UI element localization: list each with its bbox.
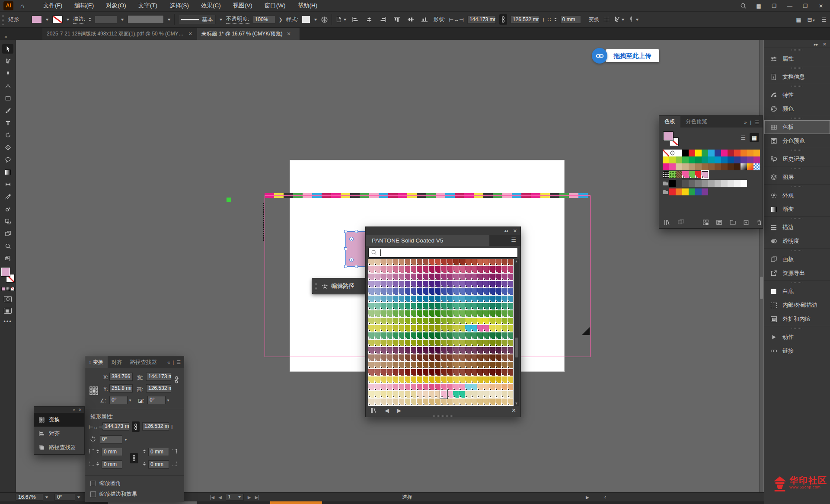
artboard-number-field[interactable]: 1▼	[226, 494, 244, 501]
swatch[interactable]	[393, 347, 398, 354]
swatch[interactable]	[676, 180, 682, 187]
swatch[interactable]	[386, 384, 392, 390]
swatch[interactable]	[477, 376, 483, 383]
swatch[interactable]	[508, 369, 513, 376]
rectangle-tool[interactable]	[2, 93, 13, 103]
swatch[interactable]	[399, 310, 404, 317]
swatch[interactable]	[501, 325, 507, 332]
swatch[interactable]	[423, 281, 428, 287]
swatch[interactable]	[447, 274, 453, 280]
swatch[interactable]	[465, 288, 471, 295]
collapse-icon[interactable]: ◂◂	[504, 229, 508, 233]
swatch[interactable]	[453, 281, 459, 287]
rotation-field[interactable]: 0°	[54, 494, 75, 501]
swatch[interactable]	[423, 399, 428, 405]
swatch[interactable]	[411, 274, 416, 280]
swatch[interactable]	[393, 310, 398, 317]
stroke-color-swatch[interactable]	[52, 16, 63, 23]
swatch[interactable]	[459, 332, 465, 339]
swatch[interactable]	[508, 340, 513, 346]
swatch[interactable]	[708, 156, 715, 163]
swatch[interactable]	[411, 399, 416, 405]
swatch[interactable]	[429, 318, 434, 324]
swatch[interactable]	[508, 281, 513, 287]
swatch[interactable]	[489, 347, 495, 354]
swatch[interactable]	[465, 266, 471, 273]
swatch[interactable]	[441, 384, 447, 390]
swatch[interactable]	[489, 376, 495, 383]
swatch[interactable]	[747, 156, 753, 163]
swatch[interactable]	[393, 391, 398, 398]
panel-menu-icon[interactable]: ☰	[511, 235, 520, 246]
swatch[interactable]	[459, 391, 465, 398]
swatch[interactable]	[441, 318, 447, 324]
align-right-button[interactable]	[378, 15, 388, 24]
swatch[interactable]	[368, 266, 374, 273]
swatch[interactable]	[471, 281, 477, 287]
swatch[interactable]	[728, 150, 734, 156]
eyedropper-tool[interactable]	[2, 192, 13, 201]
swatch[interactable]	[393, 325, 398, 332]
swatch[interactable]	[447, 354, 453, 361]
swatch[interactable]	[417, 281, 422, 287]
dock-item-stroke[interactable]: 描边	[764, 220, 830, 234]
swatch[interactable]	[399, 369, 404, 376]
align-top-button[interactable]	[392, 15, 402, 24]
swatch[interactable]	[483, 310, 489, 317]
corner-tr-stepper[interactable]	[143, 450, 146, 453]
fill-color-swatch[interactable]	[32, 16, 42, 23]
swatch[interactable]	[489, 391, 495, 398]
swap-fill-stroke-icon[interactable]	[2, 254, 13, 263]
recolor-artwork-icon[interactable]	[321, 16, 328, 23]
swatch[interactable]	[429, 310, 434, 317]
tab-pathfinder[interactable]: 路径查找器	[126, 356, 161, 368]
drag-grip[interactable]	[2, 14, 4, 25]
gradient-tool[interactable]	[2, 167, 13, 177]
swatch[interactable]	[393, 399, 398, 405]
workspace-grid-icon[interactable]: ▦	[796, 16, 801, 23]
swatch[interactable]	[441, 288, 447, 295]
swatch[interactable]	[495, 303, 501, 309]
swatch[interactable]	[465, 281, 471, 287]
swatch[interactable]	[459, 310, 465, 317]
swatch[interactable]	[489, 310, 495, 317]
swatch[interactable]	[435, 354, 441, 361]
edit-path-toolbar[interactable]: 编辑路径	[312, 278, 366, 294]
swatch[interactable]	[405, 288, 410, 295]
swatch[interactable]	[380, 281, 386, 287]
swatch[interactable]	[708, 150, 715, 156]
show-find-field-icon[interactable]: ✕	[511, 407, 516, 414]
rotate-tool[interactable]	[2, 131, 13, 140]
swatch[interactable]	[721, 150, 728, 156]
swatch[interactable]	[429, 369, 434, 376]
swatch[interactable]	[501, 318, 507, 324]
swatch[interactable]	[489, 274, 495, 280]
swatch[interactable]	[483, 332, 489, 339]
swatch[interactable]	[429, 340, 434, 346]
dock-item-layers[interactable]: 图层	[764, 170, 830, 184]
swatch[interactable]	[734, 163, 741, 170]
swatch[interactable]	[374, 391, 380, 398]
swatch[interactable]	[368, 362, 374, 368]
swatch[interactable]	[441, 303, 447, 309]
swatch[interactable]	[459, 399, 465, 405]
swatch[interactable]	[380, 325, 386, 332]
dock-item-transparency[interactable]: 透明度	[764, 234, 830, 248]
swatch[interactable]	[459, 347, 465, 354]
swatch[interactable]	[489, 288, 495, 295]
swatch[interactable]	[483, 399, 489, 405]
swatch[interactable]	[728, 156, 734, 163]
swatch[interactable]	[453, 354, 459, 361]
rect-angle-caret-icon[interactable]: ▼	[124, 438, 128, 442]
swatch[interactable]	[465, 318, 471, 324]
swatch[interactable]	[495, 384, 501, 390]
swatch-options-icon[interactable]	[716, 219, 722, 226]
swatch[interactable]	[695, 156, 702, 163]
dock-item-history[interactable]: 历史记录	[764, 152, 830, 166]
swatch[interactable]	[465, 303, 471, 309]
swatch[interactable]	[495, 332, 501, 339]
swatch[interactable]	[447, 318, 453, 324]
swatch[interactable]	[386, 303, 392, 309]
swatch[interactable]	[368, 325, 374, 332]
swatch[interactable]	[495, 296, 501, 302]
